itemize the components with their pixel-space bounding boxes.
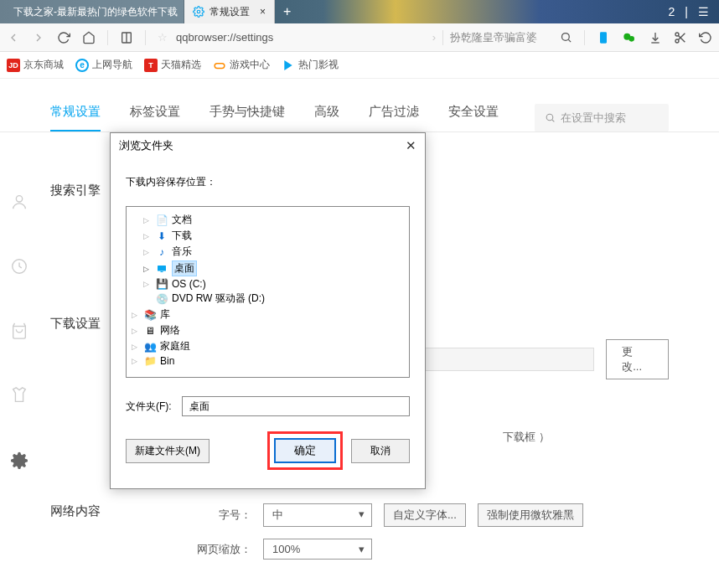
section-network: 网络内容 字号： 中 自定义字体... 强制使用微软雅黑 网页缩放： 100% xyxy=(50,503,669,571)
settings-tab-gestures[interactable]: 手势与快捷键 xyxy=(209,104,285,132)
tree-item-desktop[interactable]: ▷桌面 xyxy=(127,260,409,277)
tree-item-network[interactable]: ▷🖥网络 xyxy=(127,322,409,338)
folder-tree[interactable]: ▷📄文档 ▷⬇下载 ▷♪音乐 ▷桌面 ▷💾OS (C:) 💿DVD RW 驱动器… xyxy=(126,206,410,378)
bookmark-nav[interactable]: e 上网导航 xyxy=(75,58,132,72)
undo-icon[interactable] xyxy=(699,31,712,44)
dialog-titlebar: 浏览文件夹 ✕ xyxy=(111,133,425,158)
bookmark-bar: JD 京东商城 e 上网导航 T 天猫精选 游戏中心 热门影视 xyxy=(0,52,719,79)
download-arrow-icon: ⬇ xyxy=(155,230,168,242)
tree-item-libraries[interactable]: ▷📚库 xyxy=(127,307,409,322)
tab-bar-right: 2 | ☰ xyxy=(669,5,719,18)
gear-icon xyxy=(193,6,204,18)
settings-tab-security[interactable]: 安全设置 xyxy=(448,104,499,132)
settings-tab-adblock[interactable]: 广告过滤 xyxy=(369,104,419,132)
reader-icon[interactable] xyxy=(120,31,133,44)
add-tab-button[interactable]: + xyxy=(275,4,299,19)
tab-count[interactable]: 2 xyxy=(669,5,675,18)
svg-point-9 xyxy=(675,33,679,36)
refresh-icon[interactable] xyxy=(57,31,70,44)
tree-item-dvd[interactable]: 💿DVD RW 驱动器 (D:) xyxy=(127,291,409,307)
tree-item-homegroup[interactable]: ▷👥家庭组 xyxy=(127,338,409,354)
browser-tab-bar: 下载之家-最新最热门的绿色软件下载 常规设置 × + 2 | ☰ xyxy=(0,0,719,23)
forward-icon[interactable] xyxy=(32,31,45,44)
folder-icon: 📁 xyxy=(143,355,157,367)
tree-item-bin[interactable]: ▷📁Bin xyxy=(127,354,409,368)
svg-point-17 xyxy=(16,196,22,202)
tree-label: OS (C:) xyxy=(172,278,206,290)
tree-item-music[interactable]: ▷♪音乐 xyxy=(127,244,409,260)
address-bar[interactable]: ☆ qqbrowser://settings › 扮乾隆皇帝骗富婆 xyxy=(158,30,547,45)
divider xyxy=(145,30,146,45)
wechat-icon[interactable] xyxy=(622,31,637,44)
custom-font-button[interactable]: 自定义字体... xyxy=(384,503,466,527)
document-icon: 📄 xyxy=(155,214,168,226)
divider xyxy=(107,30,108,45)
bookmark-jd[interactable]: JD 京东商城 xyxy=(7,58,64,72)
homegroup-icon: 👥 xyxy=(143,341,157,353)
navigation-bar: ☆ qqbrowser://settings › 扮乾隆皇帝骗富婆 xyxy=(0,23,719,52)
divider xyxy=(442,30,443,45)
new-folder-button[interactable]: 新建文件夹(M) xyxy=(126,439,209,463)
tab-downloads-site[interactable]: 下载之家-最新最热门的绿色软件下载 xyxy=(0,0,184,23)
section-title: 网络内容 xyxy=(50,503,184,571)
zoom-select[interactable]: 100% xyxy=(263,539,372,560)
svg-rect-13 xyxy=(215,63,225,68)
font-select[interactable]: 中 xyxy=(263,503,372,527)
bookmark-label: 天猫精选 xyxy=(161,58,201,72)
e-icon: e xyxy=(75,59,89,72)
svg-rect-22 xyxy=(161,271,163,272)
home-icon[interactable] xyxy=(82,31,96,44)
tree-label: 桌面 xyxy=(172,260,197,276)
gear-icon[interactable] xyxy=(10,451,28,469)
tree-label: 家庭组 xyxy=(160,339,190,353)
library-icon: 📚 xyxy=(143,309,157,321)
user-icon[interactable] xyxy=(10,193,28,211)
close-icon[interactable]: × xyxy=(260,6,266,18)
tab-pipe: | xyxy=(685,5,688,18)
chevron-right-icon: › xyxy=(432,31,436,44)
bag-icon[interactable] xyxy=(10,322,28,340)
shirt-icon[interactable] xyxy=(10,386,28,405)
settings-tab-general[interactable]: 常规设置 xyxy=(50,104,101,132)
svg-point-10 xyxy=(675,39,679,43)
drive-icon: 💾 xyxy=(155,278,168,290)
clock-icon[interactable] xyxy=(10,257,28,276)
force-yahei-button[interactable]: 强制使用微软雅黑 xyxy=(478,503,583,527)
bookmark-star-icon[interactable]: ☆ xyxy=(158,31,168,44)
dialog-title-text: 浏览文件夹 xyxy=(119,138,173,153)
change-button[interactable]: 更改... xyxy=(606,339,669,379)
tmall-icon: T xyxy=(144,59,158,72)
download-icon[interactable] xyxy=(649,31,662,44)
back-icon[interactable] xyxy=(7,31,20,44)
settings-search[interactable]: 在设置中搜索 xyxy=(535,104,669,132)
tab-settings[interactable]: 常规设置 × xyxy=(184,0,275,23)
jd-icon: JD xyxy=(7,59,20,72)
font-label: 字号： xyxy=(184,508,251,523)
bookmark-games[interactable]: 游戏中心 xyxy=(213,58,270,72)
svg-point-0 xyxy=(197,10,200,13)
trending-search[interactable]: 扮乾隆皇帝骗富婆 xyxy=(450,30,537,45)
bookmark-video[interactable]: 热门影视 xyxy=(282,58,339,72)
phone-icon[interactable] xyxy=(597,31,610,44)
cancel-button[interactable]: 取消 xyxy=(351,439,410,463)
tree-item-documents[interactable]: ▷📄文档 xyxy=(127,212,409,228)
menu-icon[interactable]: ☰ xyxy=(698,5,709,18)
search-icon xyxy=(545,112,556,123)
settings-tab-advanced[interactable]: 高级 xyxy=(314,104,339,132)
close-icon[interactable]: ✕ xyxy=(406,138,416,153)
bookmark-tmall[interactable]: T 天猫精选 xyxy=(144,58,201,72)
ok-button[interactable]: 确定 xyxy=(274,438,336,463)
settings-tab-tabs[interactable]: 标签设置 xyxy=(130,104,180,132)
disc-icon: 💿 xyxy=(155,293,168,305)
svg-line-4 xyxy=(568,39,571,42)
tree-item-downloads[interactable]: ▷⬇下载 xyxy=(127,228,409,244)
tree-label: Bin xyxy=(160,355,174,367)
folder-name-input[interactable] xyxy=(182,396,410,416)
divider xyxy=(584,30,585,45)
svg-point-15 xyxy=(546,114,553,121)
svg-rect-21 xyxy=(158,266,166,271)
search-icon[interactable] xyxy=(559,31,572,44)
tree-item-os-c[interactable]: ▷💾OS (C:) xyxy=(127,277,409,291)
scissors-icon[interactable] xyxy=(674,31,687,44)
zoom-label: 网页缩放： xyxy=(184,542,251,557)
